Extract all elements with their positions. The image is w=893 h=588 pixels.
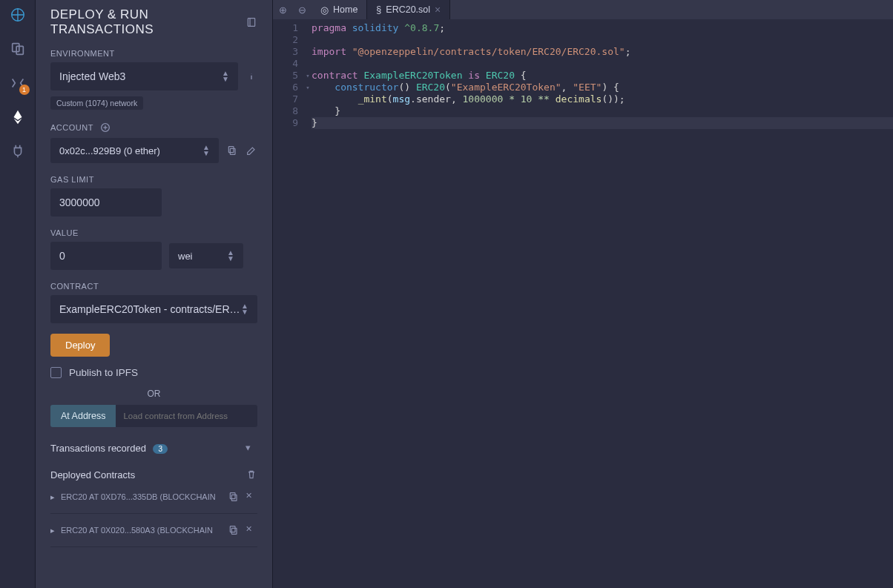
chevron-right-icon: ▸ [50, 492, 55, 502]
account-label-text: ACCOUNT [50, 123, 93, 132]
at-address-button[interactable]: At Address [50, 405, 116, 427]
account-select[interactable]: 0x02c...929B9 (0 ether) ▲▼ [50, 138, 219, 163]
line-number: 1 [273, 22, 298, 34]
svg-rect-2 [16, 46, 23, 54]
compiler-icon[interactable]: 1 [7, 73, 28, 93]
line-number: 2 [273, 34, 298, 46]
svg-rect-15 [230, 526, 235, 532]
deployed-contract-name: ERC20 AT 0XD76...335DB (BLOCKCHAIN [61, 492, 222, 501]
line-number: 5 [273, 70, 298, 82]
editor-tabbar: ⊕ ⊖ ◎ Home § ERC20.sol × [273, 0, 893, 19]
contract-label: CONTRACT [50, 282, 257, 291]
panel-book-icon[interactable] [246, 16, 257, 28]
publish-ipfs-checkbox[interactable]: Publish to IPFS [50, 367, 257, 378]
environment-select[interactable]: Injected Web3 ▲▼ [50, 62, 238, 90]
env-info-icon[interactable] [246, 70, 257, 82]
value-unit-select[interactable]: wei ▲▼ [169, 243, 243, 268]
close-icon[interactable]: ✕ [246, 524, 257, 536]
deploy-icon[interactable] [7, 107, 28, 128]
contract-value: ExampleERC20Token - contracts/ERC2 [59, 303, 241, 315]
zoom-in-icon[interactable]: ⊕ [273, 0, 292, 19]
fold-gutter: ▾ ▾ [304, 19, 312, 588]
svg-rect-14 [231, 528, 237, 534]
line-number: 3 [273, 46, 298, 58]
deployed-contract-item[interactable]: ▸ ERC20 AT 0XD76...335DB (BLOCKCHAIN ✕ [50, 491, 257, 514]
tx-recorded-header[interactable]: Transactions recorded 3 ▾ [50, 442, 257, 454]
tx-recorded-label: Transactions recorded [50, 443, 146, 454]
checkbox-icon [50, 367, 62, 378]
svg-rect-13 [230, 493, 235, 499]
zoom-out-icon[interactable]: ⊖ [292, 0, 312, 19]
deploy-button[interactable]: Deploy [50, 334, 110, 357]
account-value: 0x02c...929B9 (0 ether) [59, 145, 160, 156]
at-address-input[interactable] [116, 405, 257, 427]
account-add-icon[interactable] [99, 122, 111, 133]
home-icon: ◎ [320, 4, 329, 16]
code-editor[interactable]: 1 2 3 4 5 6 7 8 9 ▾ ▾ pragma solidity ^0… [273, 19, 893, 588]
trash-icon[interactable] [246, 469, 257, 480]
copy-account-icon[interactable] [226, 145, 238, 156]
value-input[interactable] [50, 242, 162, 270]
line-number: 7 [273, 93, 298, 105]
line-number: 8 [273, 105, 298, 117]
tab-home[interactable]: ◎ Home [312, 0, 367, 19]
deployed-contracts-label: Deployed Contracts [50, 469, 135, 480]
chevron-down-icon: ▾ [246, 442, 257, 454]
copy-icon[interactable] [228, 491, 240, 503]
deployed-contracts-header: Deployed Contracts [50, 469, 257, 480]
icon-sidebar: 1 [0, 0, 36, 588]
caret-icon: ▲▼ [241, 303, 248, 315]
caret-icon: ▲▼ [222, 70, 229, 82]
deployed-contract-name: ERC20 AT 0X020...580A3 (BLOCKCHAIN [61, 526, 222, 535]
value-unit: wei [178, 251, 193, 262]
editor-area: ⊕ ⊖ ◎ Home § ERC20.sol × 1 2 3 4 5 6 7 8… [273, 0, 893, 588]
tab-file[interactable]: § ERC20.sol × [367, 0, 450, 19]
line-number: 9 [273, 117, 298, 129]
gas-limit-input[interactable] [50, 188, 162, 217]
logo-icon[interactable] [7, 4, 28, 25]
tab-file-label: ERC20.sol [386, 4, 430, 15]
tab-home-label: Home [333, 4, 357, 15]
line-number: 4 [273, 58, 298, 70]
caret-icon: ▲▼ [227, 250, 234, 262]
deployed-contract-item[interactable]: ▸ ERC20 AT 0X020...580A3 (BLOCKCHAIN ✕ [50, 524, 257, 547]
or-divider: OR [50, 389, 257, 399]
copy-icon[interactable] [228, 524, 240, 536]
gas-label: GAS LIMIT [50, 175, 257, 184]
network-hint: Custom (1074) network [50, 96, 143, 110]
panel-title: DEPLOY & RUN TRANSACTIONS [50, 7, 257, 37]
chevron-right-icon: ▸ [50, 526, 55, 535]
contract-select[interactable]: ExampleERC20Token - contracts/ERC2 ▲▼ [50, 295, 257, 323]
publish-ipfs-label: Publish to IPFS [69, 367, 138, 378]
svg-rect-1 [12, 44, 19, 52]
svg-rect-12 [231, 495, 237, 501]
solidity-icon: § [376, 4, 381, 15]
compile-badge: 1 [19, 85, 30, 95]
svg-rect-11 [228, 147, 234, 153]
file-explorer-icon[interactable] [7, 39, 28, 59]
panel-title-text: DEPLOY & RUN TRANSACTIONS [50, 7, 246, 37]
plugin-icon[interactable] [7, 141, 28, 162]
code-lines: pragma solidity ^0.8.7; import "@openzep… [312, 19, 893, 588]
line-number: 6 [273, 82, 298, 93]
edit-account-icon[interactable] [246, 145, 257, 156]
line-gutter: 1 2 3 4 5 6 7 8 9 [273, 19, 304, 588]
svg-rect-3 [248, 19, 254, 27]
svg-rect-10 [230, 148, 235, 154]
environment-value: Injected Web3 [59, 70, 125, 82]
value-label: VALUE [50, 228, 257, 237]
tab-close-icon[interactable]: × [435, 4, 441, 16]
caret-icon: ▲▼ [202, 145, 210, 156]
environment-label: ENVIRONMENT [50, 49, 257, 58]
account-label: ACCOUNT [50, 122, 257, 133]
deploy-panel: DEPLOY & RUN TRANSACTIONS ENVIRONMENT In… [36, 0, 273, 588]
tx-count-badge: 3 [153, 444, 168, 454]
close-icon[interactable]: ✕ [246, 491, 257, 503]
